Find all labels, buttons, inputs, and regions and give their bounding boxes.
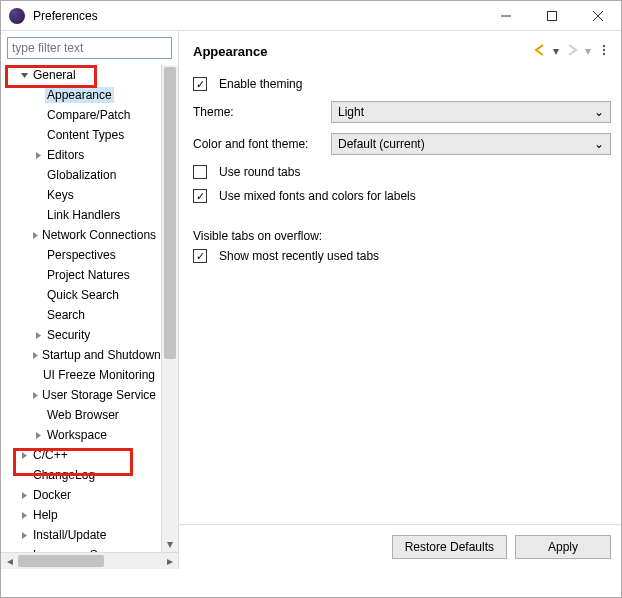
tree-item-label: Project Natures: [45, 267, 132, 283]
tree-item-label: Compare/Patch: [45, 107, 132, 123]
window-title: Preferences: [33, 9, 483, 23]
tree-item-label: Globalization: [45, 167, 118, 183]
svg-point-6: [603, 52, 605, 54]
enable-theming-checkbox[interactable]: [193, 77, 207, 91]
filter-input[interactable]: [7, 37, 172, 59]
show-mru-row[interactable]: Show most recently used tabs: [193, 249, 611, 263]
back-dropdown-icon[interactable]: ▾: [553, 44, 559, 58]
minimize-button[interactable]: [483, 1, 529, 30]
theme-value: Light: [338, 105, 364, 119]
scroll-right-icon[interactable]: ▸: [161, 554, 178, 568]
round-tabs-row[interactable]: Use round tabs: [193, 165, 611, 179]
scroll-down-icon[interactable]: ▾: [162, 536, 178, 552]
expand-closed-icon[interactable]: [17, 531, 31, 540]
window-titlebar: Preferences: [1, 1, 621, 31]
tree-item-project-natures[interactable]: Project Natures: [3, 265, 161, 285]
appearance-form: Enable theming Theme: Light ⌄ Color and …: [193, 63, 611, 263]
enable-theming-row[interactable]: Enable theming: [193, 77, 611, 91]
horizontal-scrollbar[interactable]: ◂ ▸: [1, 552, 178, 569]
tree-item-lang-servers[interactable]: Language Servers: [3, 545, 161, 552]
menu-icon[interactable]: [597, 43, 611, 60]
color-font-theme-combo[interactable]: Default (current) ⌄: [331, 133, 611, 155]
close-button[interactable]: [575, 1, 621, 30]
nav-panel: GeneralAppearanceCompare/PatchContent Ty…: [1, 31, 179, 569]
expand-closed-icon[interactable]: [31, 351, 40, 360]
restore-defaults-button[interactable]: Restore Defaults: [392, 535, 507, 559]
tree-item-network[interactable]: Network Connections: [3, 225, 161, 245]
preferences-tree[interactable]: GeneralAppearanceCompare/PatchContent Ty…: [1, 65, 161, 552]
tree-item-docker[interactable]: Docker: [3, 485, 161, 505]
tree-item-ccpp[interactable]: C/C++: [3, 445, 161, 465]
tree-item-ui-freeze[interactable]: UI Freeze Monitoring: [3, 365, 161, 385]
expand-closed-icon[interactable]: [17, 451, 31, 460]
tree-item-install-update[interactable]: Install/Update: [3, 525, 161, 545]
tree-item-label: Link Handlers: [45, 207, 122, 223]
maximize-button[interactable]: [529, 1, 575, 30]
apply-button[interactable]: Apply: [515, 535, 611, 559]
tree-item-label: Editors: [45, 147, 86, 163]
tree-item-label: Language Servers: [31, 547, 133, 552]
theme-combo[interactable]: Light ⌄: [331, 101, 611, 123]
expand-closed-icon[interactable]: [17, 491, 31, 500]
chevron-down-icon: ⌄: [594, 105, 604, 119]
tree-item-security[interactable]: Security: [3, 325, 161, 345]
tree-item-label: Docker: [31, 487, 73, 503]
tree-item-label: Web Browser: [45, 407, 121, 423]
expand-closed-icon[interactable]: [17, 551, 31, 553]
forward-button[interactable]: [565, 43, 579, 60]
app-icon: [9, 8, 25, 24]
expand-closed-icon[interactable]: [31, 231, 40, 240]
vertical-scrollbar[interactable]: ▴ ▾: [161, 65, 178, 552]
enable-theming-label: Enable theming: [219, 77, 302, 91]
window-controls: [483, 1, 621, 30]
round-tabs-checkbox[interactable]: [193, 165, 207, 179]
hscroll-thumb[interactable]: [18, 555, 104, 567]
tree-item-editors[interactable]: Editors: [3, 145, 161, 165]
color-font-theme-value: Default (current): [338, 137, 425, 151]
expand-closed-icon[interactable]: [31, 431, 45, 440]
tree-item-workspace[interactable]: Workspace: [3, 425, 161, 445]
tree-item-link-handlers[interactable]: Link Handlers: [3, 205, 161, 225]
expand-open-icon[interactable]: [17, 71, 31, 80]
expand-closed-icon[interactable]: [31, 151, 45, 160]
scroll-left-icon[interactable]: ◂: [1, 554, 18, 568]
tree-item-label: Appearance: [45, 87, 114, 103]
mixed-fonts-checkbox[interactable]: [193, 189, 207, 203]
forward-dropdown-icon[interactable]: ▾: [585, 44, 591, 58]
back-button[interactable]: [533, 43, 547, 60]
tree-item-help[interactable]: Help: [3, 505, 161, 525]
tree-item-label: C/C++: [31, 447, 70, 463]
theme-label: Theme:: [193, 105, 323, 119]
tree-item-search[interactable]: Search: [3, 305, 161, 325]
tree-item-startup[interactable]: Startup and Shutdown: [3, 345, 161, 365]
visible-tabs-label: Visible tabs on overflow:: [193, 229, 611, 243]
tree-item-label: Search: [45, 307, 87, 323]
scroll-thumb[interactable]: [164, 67, 176, 359]
show-mru-checkbox[interactable]: [193, 249, 207, 263]
expand-closed-icon[interactable]: [31, 331, 45, 340]
tree-item-changelog[interactable]: ChangeLog: [3, 465, 161, 485]
svg-rect-1: [548, 11, 557, 20]
footer-separator: [179, 524, 621, 525]
expand-closed-icon[interactable]: [31, 391, 40, 400]
tree-item-label: Install/Update: [31, 527, 108, 543]
tree-item-quick-search[interactable]: Quick Search: [3, 285, 161, 305]
expand-closed-icon[interactable]: [17, 511, 31, 520]
mixed-fonts-row[interactable]: Use mixed fonts and colors for labels: [193, 189, 611, 203]
tree-item-appearance[interactable]: Appearance: [3, 85, 161, 105]
tree-item-compare[interactable]: Compare/Patch: [3, 105, 161, 125]
tree-item-keys[interactable]: Keys: [3, 185, 161, 205]
tree-item-globalization[interactable]: Globalization: [3, 165, 161, 185]
tree-item-label: ChangeLog: [31, 467, 97, 483]
tree-item-general[interactable]: General: [3, 65, 161, 85]
tree-item-perspectives[interactable]: Perspectives: [3, 245, 161, 265]
tree-item-label: Content Types: [45, 127, 126, 143]
show-mru-label: Show most recently used tabs: [219, 249, 379, 263]
tree-item-label: UI Freeze Monitoring: [41, 367, 157, 383]
svg-point-5: [603, 48, 605, 50]
tree-item-user-storage[interactable]: User Storage Service: [3, 385, 161, 405]
tree-item-label: Workspace: [45, 427, 109, 443]
tree-item-web-browser[interactable]: Web Browser: [3, 405, 161, 425]
color-font-theme-label: Color and font theme:: [193, 137, 323, 151]
tree-item-content-types[interactable]: Content Types: [3, 125, 161, 145]
